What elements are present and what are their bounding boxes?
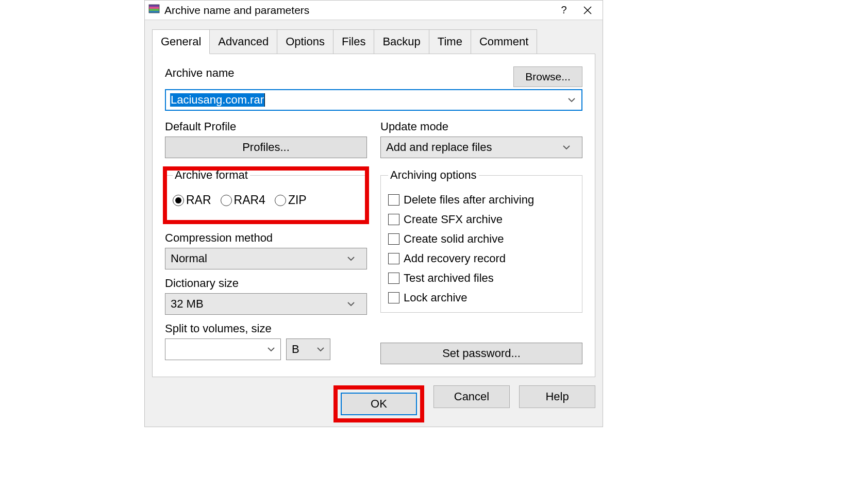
opt-create-sfx[interactable]: Create SFX archive	[388, 213, 575, 226]
archive-dialog: Archive name and parameters ? General Ad…	[144, 0, 603, 427]
tab-comment[interactable]: Comment	[471, 29, 537, 54]
archiving-options-label: Archiving options	[388, 168, 479, 182]
svg-rect-1	[149, 7, 159, 9]
tab-time[interactable]: Time	[429, 29, 471, 54]
general-panel: Browse... Archive name Laciusang.com.rar…	[152, 54, 595, 377]
opt-add-recovery[interactable]: Add recovery record	[388, 252, 575, 265]
titlebar: Archive name and parameters ?	[145, 1, 603, 20]
svg-rect-0	[149, 5, 159, 7]
help-icon[interactable]: ?	[552, 2, 576, 19]
archiving-options-group: Archiving options Delete files after arc…	[380, 168, 582, 313]
tabs: General Advanced Options Files Backup Ti…	[152, 29, 603, 54]
profiles-button[interactable]: Profiles...	[165, 137, 367, 158]
archive-format-label: Archive format	[173, 168, 250, 182]
winrar-icon	[148, 4, 160, 17]
cancel-button[interactable]: Cancel	[433, 385, 510, 408]
browse-button[interactable]: Browse...	[513, 66, 582, 87]
opt-test-archived[interactable]: Test archived files	[388, 272, 575, 285]
default-profile-label: Default Profile	[165, 120, 367, 133]
tab-files[interactable]: Files	[333, 29, 374, 54]
opt-lock-archive[interactable]: Lock archive	[388, 291, 575, 304]
tab-backup[interactable]: Backup	[374, 29, 429, 54]
opt-delete-after[interactable]: Delete files after archiving	[388, 193, 575, 207]
volume-size-input[interactable]	[165, 338, 281, 360]
dictionary-select[interactable]: 32 MB	[165, 293, 367, 315]
close-icon[interactable]	[576, 2, 599, 19]
compression-select[interactable]: Normal	[165, 248, 367, 269]
set-password-button[interactable]: Set password...	[380, 343, 582, 364]
format-zip-radio[interactable]: ZIP	[275, 193, 307, 207]
archive-name-input[interactable]: Laciusang.com.rar	[165, 89, 582, 111]
archive-format-group: Archive format RAR RAR4 ZIP	[165, 168, 367, 222]
update-mode-select[interactable]: Add and replace files	[380, 137, 582, 158]
archive-name-value: Laciusang.com.rar	[170, 93, 264, 107]
tab-options[interactable]: Options	[277, 29, 333, 54]
tab-general[interactable]: General	[152, 29, 210, 54]
format-rar-radio[interactable]: RAR	[173, 193, 211, 207]
dictionary-label: Dictionary size	[165, 277, 367, 290]
ok-button[interactable]: OK	[341, 393, 417, 415]
opt-create-solid[interactable]: Create solid archive	[388, 232, 575, 246]
volume-unit-select[interactable]: B	[286, 338, 330, 360]
svg-rect-3	[149, 11, 159, 13]
svg-rect-2	[149, 9, 159, 11]
ok-highlight: OK	[333, 385, 424, 422]
dialog-footer: OK Cancel Help	[145, 377, 603, 427]
compression-label: Compression method	[165, 231, 367, 245]
dialog-title: Archive name and parameters	[164, 4, 552, 16]
update-mode-label: Update mode	[380, 120, 582, 133]
format-rar4-radio[interactable]: RAR4	[221, 193, 265, 207]
chevron-down-icon[interactable]	[568, 95, 575, 105]
help-button[interactable]: Help	[519, 385, 595, 408]
split-volumes-label: Split to volumes, size	[165, 322, 367, 335]
tab-advanced[interactable]: Advanced	[209, 29, 277, 54]
